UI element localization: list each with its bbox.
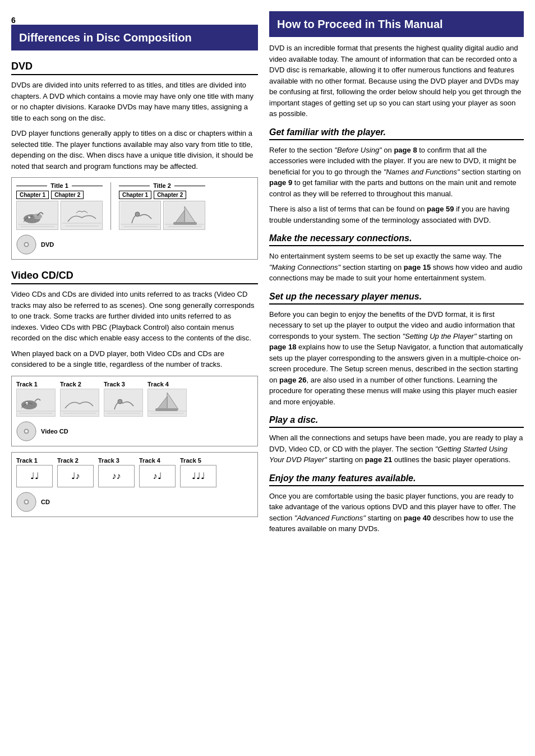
- vcd-track3-img: [104, 389, 143, 417]
- section-get-familiar-body: Refer to the section "Before Using" on p…: [269, 145, 524, 200]
- svg-rect-37: [155, 408, 178, 411]
- section-enjoy-features-body: Once you are comfortable using the basic…: [269, 491, 524, 534]
- right-intro: DVD is an incredible format that present…: [269, 43, 524, 119]
- section-make-connections-title: Make the necessary connections.: [269, 233, 524, 246]
- vcd-track1-img: [16, 389, 56, 417]
- videocd-para1: Video CDs and CDs are divided into units…: [11, 289, 258, 344]
- dvd-chapter2-label: Chapter 2: [51, 191, 84, 199]
- dvd-divider: [110, 182, 111, 230]
- cd-track3-label: Track 3: [98, 457, 119, 464]
- cd-track4-box: ♪♩: [139, 465, 176, 487]
- dvd-title2-chapters: Chapter 1 Chapter 2: [119, 191, 205, 199]
- dvd-scene1: [16, 201, 58, 230]
- vcd-track1-group: Track 1: [16, 381, 56, 417]
- vcd-track3-group: Track 3: [104, 381, 143, 417]
- svg-rect-9: [121, 202, 160, 229]
- dvd-disc-label: DVD: [41, 241, 54, 248]
- vcd-track4-label: Track 4: [147, 381, 169, 388]
- dvd-scene3: [119, 201, 161, 230]
- vcd-track2-group: Track 2: [60, 381, 99, 417]
- vcd-track3-label: Track 3: [104, 381, 125, 388]
- dvd-title2-chapter2-label: Chapter 2: [154, 191, 186, 199]
- svg-rect-6: [62, 202, 102, 229]
- svg-point-10: [135, 212, 140, 216]
- section-get-familiar: Get familiar with the player. Refer to t…: [269, 127, 524, 226]
- dvd-title2-header: Title 2: [119, 182, 205, 189]
- vcd-disc-row: Video CD: [16, 421, 253, 441]
- section-make-connections: Make the necessary connections. No enter…: [269, 233, 524, 284]
- cd-track1-box: ♩♩: [16, 465, 53, 487]
- title2-left-line: [119, 186, 150, 186]
- section-make-connections-body: No entertainment system seems to be set …: [269, 251, 524, 284]
- vcd-track4-group: Track 4: [147, 381, 187, 417]
- vcd-disc-icon: [16, 421, 36, 441]
- section-play-disc-body: When all the connections and setups have…: [269, 432, 524, 465]
- cd-track4-group: Track 4 ♪♩: [139, 457, 176, 487]
- dvd-diagram: Title 1 Chapter 1 Chapter 2: [11, 177, 258, 260]
- dvd-titles-row: Title 1 Chapter 1 Chapter 2: [16, 182, 253, 230]
- cd-diagram: Track 1 ♩♩ Track 2 ♩♪ Track 3 ♪♪ Track 4…: [11, 452, 258, 517]
- section-enjoy-features: Enjoy the many features available. Once …: [269, 473, 524, 534]
- dvd-title1-block: Title 1 Chapter 1 Chapter 2: [16, 182, 103, 230]
- section-setup-menus-body: Before you can begin to enjoy the benefi…: [269, 309, 524, 408]
- dvd-title2-images: [119, 201, 205, 230]
- cd-track2-group: Track 2 ♩♪: [57, 457, 94, 487]
- cd-disc-row: CD: [16, 492, 253, 512]
- vcd-diagram: Track 1: [11, 376, 258, 446]
- videocd-title: Video CD/CD: [11, 270, 258, 284]
- dvd-disc-row: DVD: [16, 234, 253, 255]
- section-setup-menus-title: Set up the necessary player menus.: [269, 292, 524, 305]
- cd-disc-label: CD: [41, 499, 50, 505]
- dvd-scene2: [61, 201, 103, 230]
- dvd-title2-label: Title 2: [150, 182, 174, 189]
- svg-point-2: [33, 214, 42, 219]
- dvd-section: DVD DVDs are divided into units referred…: [11, 61, 258, 260]
- dvd-title1-chapters: Chapter 1 Chapter 2: [16, 191, 103, 199]
- section-setup-menus: Set up the necessary player menus. Befor…: [269, 292, 524, 408]
- vcd-track-row: Track 1: [16, 381, 253, 417]
- dvd-title2-block: Title 2 Chapter 1 Chapter 2: [119, 182, 205, 230]
- cd-track5-group: Track 5 ♩♩♩: [180, 457, 216, 487]
- cd-track3-box: ♪♪: [98, 465, 135, 487]
- svg-point-23: [21, 400, 37, 409]
- section-get-familiar-body2: There is also a list of terms that can b…: [269, 204, 524, 225]
- dvd-title2-chapter1-label: Chapter 1: [119, 191, 151, 199]
- vcd-track4-img: [147, 389, 187, 417]
- right-column: How to Proceed in This Manual DVD is an …: [269, 11, 524, 745]
- dvd-chapter1-label: Chapter 1: [16, 191, 49, 199]
- page-number: 6: [11, 16, 258, 25]
- title1-right-line: [72, 186, 103, 186]
- videocd-section: Video CD/CD Video CDs and CDs are divide…: [11, 270, 258, 517]
- title2-right-line: [174, 186, 205, 186]
- svg-point-42: [25, 430, 27, 432]
- cd-track4-label: Track 4: [139, 457, 160, 464]
- dvd-disc-icon: [16, 234, 36, 255]
- dvd-title: DVD: [11, 61, 258, 75]
- dvd-para2: DVD player functions generally apply to …: [11, 128, 258, 172]
- vcd-track1-label: Track 1: [16, 381, 38, 388]
- section-play-disc: Play a disc. When all the connections an…: [269, 415, 524, 465]
- svg-point-21: [25, 243, 27, 246]
- vcd-disc-label: Video CD: [41, 428, 68, 435]
- dvd-para1: DVDs are divided into units referred to …: [11, 80, 258, 123]
- cd-track-row: Track 1 ♩♩ Track 2 ♩♪ Track 3 ♪♪ Track 4…: [16, 457, 253, 487]
- cd-track5-label: Track 5: [180, 457, 201, 464]
- cd-disc-icon: [16, 492, 36, 512]
- vcd-track2-label: Track 2: [60, 381, 81, 388]
- left-column: 6 Differences in Disc Composition DVD DV…: [11, 11, 258, 745]
- cd-track2-box: ♩♪: [57, 465, 94, 487]
- videocd-para2: When played back on a DVD player, both V…: [11, 348, 258, 370]
- cd-track1-label: Track 1: [16, 457, 38, 464]
- dvd-title1-images: [16, 201, 103, 230]
- svg-point-31: [118, 399, 122, 404]
- cd-track1-group: Track 1 ♩♩: [16, 457, 53, 487]
- svg-point-45: [25, 501, 27, 503]
- cd-track3-group: Track 3 ♪♪: [98, 457, 135, 487]
- right-main-title: How to Proceed in This Manual: [269, 11, 524, 37]
- vcd-track2-img: [60, 389, 99, 417]
- section-enjoy-features-title: Enjoy the many features available.: [269, 473, 524, 486]
- title1-left-line: [16, 186, 47, 186]
- cd-track2-label: Track 2: [57, 457, 79, 464]
- dvd-scene4: [163, 201, 205, 230]
- dvd-title1-header: Title 1: [16, 182, 103, 189]
